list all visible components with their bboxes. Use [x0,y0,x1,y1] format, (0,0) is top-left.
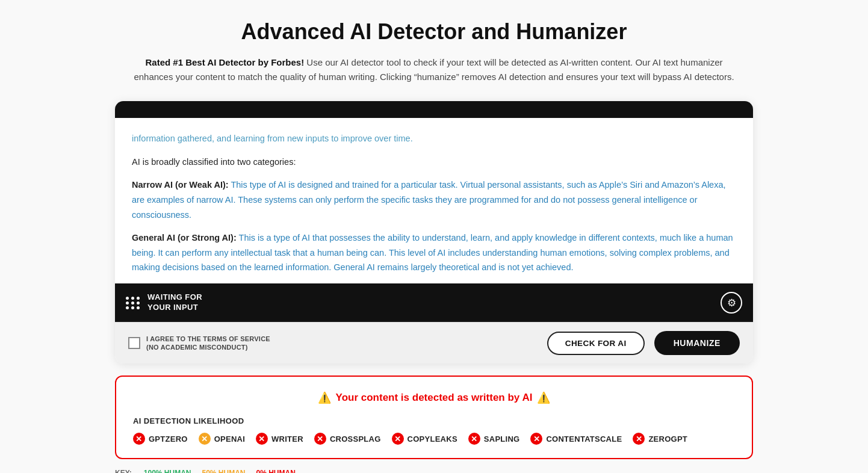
key-0human: 0% HUMAN [256,469,295,473]
humanize-button[interactable]: HUMANIZE [654,331,740,355]
detection-badge: ✕OPENAI [199,433,245,445]
badge-label: COPYLEAKS [408,434,457,444]
badge-label: SAPLING [484,434,520,444]
badge-label: WRITER [271,434,303,444]
page-title: Advanced AI Detector and Humanizer [115,19,753,45]
badge-icon: ✕ [133,433,145,445]
warning-icon-right: ⚠️ [537,391,550,404]
badge-icon: ✕ [256,433,268,445]
editor-faded-text: information gathered, and learning from … [132,131,736,146]
detection-badge: ✕ZEROGPT [633,433,687,445]
badge-label: GPTZERO [149,434,188,444]
paragraph2-label: Narrow AI (or Weak AI): [132,180,229,190]
badge-icon: ✕ [468,433,480,445]
warning-icon-left: ⚠️ [318,391,331,404]
key-50human: 50% HUMAN [202,469,245,473]
gear-button[interactable]: ⚙ [721,292,742,314]
detection-badge: ✕WRITER [256,433,303,445]
detection-results-card: ⚠️ Your content is detected as written b… [115,376,753,459]
key-100human: 100% HUMAN [144,469,191,473]
likelihood-label: AI DETECTION LIKELIHOOD [133,416,735,425]
detection-badges: ✕GPTZERO✕OPENAI✕WRITER✕CROSSPLAG✕COPYLEA… [133,433,735,445]
detection-badge: ✕COPYLEAKS [392,433,457,445]
key-label: KEY: [115,469,132,473]
key-row: KEY: 100% HUMAN 50% HUMAN 0% HUMAN [115,469,753,473]
waiting-label: WAITING FOR YOUR INPUT [147,292,713,313]
editor-paragraph1: AI is broadly classified into two catego… [132,155,736,170]
warning-text: Your content is detected as written by A… [336,392,533,404]
editor-content[interactable]: information gathered, and learning from … [115,118,753,275]
detection-badge: ✕GPTZERO [133,433,188,445]
badge-label: CONTENTATSCALE [546,434,622,444]
badge-icon: ✕ [314,433,326,445]
badge-label: ZEROGPT [648,434,687,444]
detection-warning-title: ⚠️ Your content is detected as written b… [133,391,735,404]
editor-paragraph2: Narrow AI (or Weak AI): This type of AI … [132,178,736,222]
paragraph3-label: General AI (or Strong AI): [132,233,237,243]
detection-badge: ✕CONTENTATSCALE [530,433,622,445]
dots-icon [126,297,140,309]
editor-paragraph3: General AI (or Strong AI): This is a typ… [132,230,736,275]
badge-label: OPENAI [214,434,245,444]
editor-top-bar [115,101,753,118]
editor-card: information gathered, and learning from … [115,101,753,363]
badge-icon: ✕ [199,433,211,445]
editor-bottom-bar: WAITING FOR YOUR INPUT ⚙ [115,283,753,322]
badge-icon: ✕ [530,433,542,445]
page-subtitle: Rated #1 Best AI Detector by Forbes! Use… [133,55,735,84]
badge-icon: ✕ [633,433,645,445]
terms-label: I AGREE TO THE TERMS OF SERVICE (NO ACAD… [146,335,270,352]
detection-badge: ✕SAPLING [468,433,520,445]
terms-wrapper: I AGREE TO THE TERMS OF SERVICE (NO ACAD… [128,335,538,352]
detection-badge: ✕CROSSPLAG [314,433,381,445]
check-ai-button[interactable]: CHECK FOR AI [547,332,645,355]
editor-actions-bar: I AGREE TO THE TERMS OF SERVICE (NO ACAD… [115,322,753,363]
badge-icon: ✕ [392,433,404,445]
subtitle-bold: Rated #1 Best AI Detector by Forbes! [145,57,304,67]
terms-checkbox[interactable] [128,337,140,349]
badge-label: CROSSPLAG [330,434,381,444]
